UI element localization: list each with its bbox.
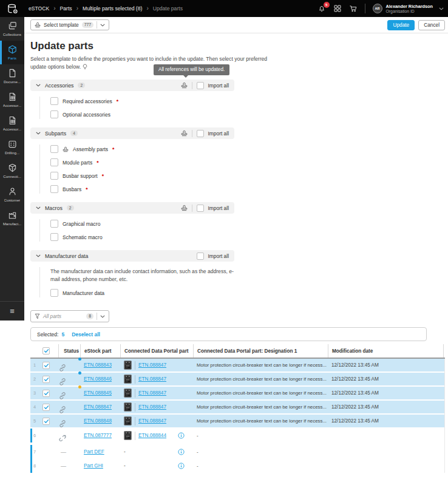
cdp-part-link[interactable]: ETN.088847	[138, 404, 166, 410]
section-header[interactable]: Subparts 4 Import all	[30, 127, 234, 139]
modification-date-cell: 12/12/2022 13:45 AM	[328, 390, 443, 396]
table-row[interactable]: 8 — Part GHI - -	[30, 459, 444, 473]
column-header-designation[interactable]: Connected Data Portal part: Designation …	[193, 344, 328, 358]
info-icon[interactable]	[178, 432, 185, 439]
update-button[interactable]: Update	[387, 20, 415, 30]
cart-button[interactable]	[349, 4, 358, 13]
broken-link-status-icon	[58, 434, 67, 443]
sidebar-item[interactable]: Accessor...	[0, 112, 24, 135]
row-number: 2	[30, 376, 42, 382]
property-checkbox[interactable]	[50, 185, 58, 193]
table-row[interactable]: 1 — ETN.088843 ETN.088847 Motor protecti…	[30, 359, 444, 373]
property-checkbox[interactable]	[50, 110, 58, 118]
sidebar-item[interactable]: Connecti...	[0, 159, 24, 183]
sidebar-item[interactable]: Docume...	[0, 64, 24, 88]
estock-part-link[interactable]: ETN.088848	[84, 418, 112, 424]
cdp-part-link[interactable]: ETN.088847	[138, 418, 166, 424]
row-checkbox[interactable]	[42, 418, 50, 425]
section-header[interactable]: Accessories 2 Import all	[30, 80, 234, 91]
property-checkbox[interactable]	[50, 289, 58, 297]
required-asterisk: *	[97, 160, 98, 166]
estock-part-link[interactable]: ETN.087777	[84, 433, 112, 438]
row-checkbox[interactable]	[42, 376, 50, 383]
status-cell: —	[61, 450, 66, 455]
breadcrumb-item-estock[interactable]: eSTOCK	[29, 5, 49, 12]
import-all-label: Import all	[208, 253, 229, 259]
parts-filter-dropdown[interactable]: All parts 8	[30, 310, 109, 322]
property-label: Graphical macro	[63, 221, 100, 227]
divider	[97, 21, 97, 29]
estock-part-link[interactable]: Part GHI	[84, 463, 103, 469]
table-row[interactable]: 6 — ETN.087777 ETN.088844 -	[30, 429, 444, 443]
product-thumbnail	[124, 361, 132, 370]
column-header-cdp-part[interactable]: Connected Data Portal part	[120, 344, 193, 358]
cdp-part-link[interactable]: ETN.088847	[138, 362, 166, 368]
selected-label: Selected:	[37, 331, 58, 337]
row-checkbox[interactable]	[42, 390, 50, 397]
sidebar-item-label: Drilling...	[5, 151, 19, 155]
estock-part-link[interactable]: ETN.088843	[84, 362, 112, 368]
row-checkbox[interactable]	[42, 362, 50, 369]
user-menu[interactable]: AR Alexander Richardson Organisation ID	[373, 4, 444, 14]
info-icon[interactable]	[178, 463, 185, 469]
select-template-dropdown[interactable]: Select template 777	[30, 19, 109, 30]
property-checkbox[interactable]	[50, 220, 58, 228]
estock-part-link[interactable]: ETN.088846	[84, 376, 112, 382]
cdp-part-link[interactable]: ETN.088844	[138, 433, 166, 438]
import-all-checkbox[interactable]	[197, 253, 204, 260]
page-title: Update parts	[30, 40, 448, 52]
import-all-checkbox[interactable]	[197, 82, 204, 89]
select-all-checkbox[interactable]	[42, 347, 50, 354]
section-header[interactable]: Macros 2 Import all	[30, 202, 234, 214]
column-header-status[interactable]: Status	[58, 344, 80, 358]
sidebar-item-icon	[8, 187, 17, 196]
sidebar-item[interactable]: Parts	[0, 41, 24, 64]
estock-part-link[interactable]: ETN.088845	[84, 390, 112, 396]
sidebar-item-label: Customer	[4, 198, 21, 202]
status-cell: —	[58, 434, 80, 443]
estock-part-link[interactable]: ETN.088847	[84, 404, 112, 410]
sidebar-item[interactable]: Drilling...	[0, 135, 24, 159]
import-all-checkbox[interactable]	[197, 205, 204, 212]
table-row[interactable]: 5 — ETN.088848 ETN.088847 Motor protecti…	[30, 415, 444, 429]
modification-date-cell: 12/12/2022 13:45 AM	[328, 404, 443, 410]
table-row[interactable]: 3 — ETN.088845 ETN.088847 Motor protecti…	[30, 387, 444, 401]
sidebar-item-icon	[8, 211, 17, 220]
property-checkbox[interactable]	[50, 145, 58, 153]
row-checkbox[interactable]	[42, 404, 50, 411]
required-asterisk: *	[112, 146, 114, 152]
property-checkbox[interactable]	[50, 97, 58, 105]
cdp-part-link[interactable]: ETN.088847	[138, 390, 166, 396]
no-status-dash-icon: —	[61, 463, 66, 469]
sidebar-item[interactable]: Collections	[0, 17, 24, 41]
column-header-modification-date[interactable]: Modification date	[328, 344, 443, 358]
app-logo[interactable]	[0, 2, 24, 15]
estock-logo-icon	[6, 2, 19, 15]
sidebar-collapse-button[interactable]: ≡	[0, 301, 24, 321]
sidebar-item[interactable]: Accessor...	[0, 88, 24, 112]
table-row[interactable]: 4 — ETN.088847 ETN.088847 Motor protecti…	[30, 401, 444, 415]
apps-menu-button[interactable]	[333, 4, 342, 13]
table-row[interactable]: 2 — ETN.088846 ETN.088847 Motor protecti…	[30, 373, 444, 387]
info-icon[interactable]	[178, 449, 185, 455]
column-header-estock-part[interactable]: eStock part	[80, 344, 120, 358]
breadcrumb-item-parts[interactable]: Parts	[60, 5, 72, 12]
cancel-button[interactable]: Cancel	[418, 20, 445, 30]
table-row[interactable]: 7 — Part DEF - -	[30, 445, 444, 459]
property-checkbox[interactable]	[50, 158, 58, 166]
divider	[135, 389, 135, 398]
divider	[135, 361, 135, 370]
notifications-button[interactable]: 5	[317, 4, 326, 13]
sidebar-item[interactable]: Customer	[0, 183, 24, 206]
breadcrumb-item-selection[interactable]: Multiple parts selected (8)	[83, 5, 142, 12]
import-all-checkbox[interactable]	[197, 130, 204, 137]
estock-part-link[interactable]: Part DEF	[84, 449, 104, 455]
property-checkbox[interactable]	[50, 233, 58, 241]
deselect-all-link[interactable]: Deselect all	[72, 331, 100, 337]
property-option: Manufacturer data *	[50, 289, 234, 297]
sidebar-item[interactable]: Manufact...	[0, 206, 24, 230]
section-header[interactable]: Manufacturer data Import all	[30, 250, 234, 262]
topbar-divider	[365, 4, 365, 13]
property-checkbox[interactable]	[50, 172, 58, 180]
cdp-part-link[interactable]: ETN.088847	[138, 376, 166, 382]
